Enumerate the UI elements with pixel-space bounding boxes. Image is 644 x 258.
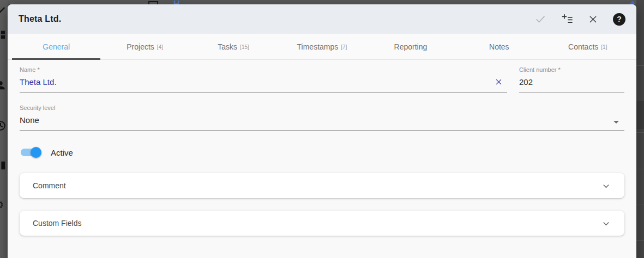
security-level-label: Security level xyxy=(20,105,624,112)
tab-contacts[interactable]: Contacts [1] xyxy=(544,34,632,59)
check-icon xyxy=(0,4,7,16)
security-level-field: Security level None xyxy=(20,105,624,131)
name-field: Name * Theta Ltd. xyxy=(20,66,507,93)
active-toggle[interactable] xyxy=(21,149,40,156)
custom-fields-panel-label: Custom Fields xyxy=(33,219,81,228)
tab-bar: General Projects [4] Tasks [15] Timestam… xyxy=(8,34,636,60)
person-icon xyxy=(0,79,7,91)
tab-projects[interactable]: Projects [4] xyxy=(100,34,189,59)
tab-notes[interactable]: Notes xyxy=(455,34,543,59)
client-number-field: Client number * 202 xyxy=(519,66,624,93)
active-toggle-label: Active xyxy=(51,148,73,157)
clear-name-icon[interactable] xyxy=(495,78,503,88)
chevron-down-icon xyxy=(613,121,619,124)
tab-timestamps[interactable]: Timestamps [7] xyxy=(278,34,366,59)
confirm-check-icon[interactable] xyxy=(534,13,546,25)
book-icon xyxy=(0,159,7,171)
chevron-down-icon xyxy=(601,181,611,191)
active-toggle-row: Active xyxy=(20,145,624,160)
name-input[interactable]: Theta Ltd. xyxy=(20,76,507,93)
playlist-add-icon[interactable] xyxy=(561,13,573,25)
gear-icon: ⚙ xyxy=(0,199,7,211)
backdrop-sidebar: ⚙ xyxy=(0,0,8,258)
client-number-input[interactable]: 202 xyxy=(519,76,624,93)
tab-reporting[interactable]: Reporting xyxy=(366,34,455,59)
modules-icon xyxy=(0,29,7,41)
comment-panel[interactable]: Comment xyxy=(20,173,624,198)
dialog-title: Theta Ltd. xyxy=(19,14,61,24)
backdrop-right-strip xyxy=(636,0,644,258)
backdrop-top-strip: H xyxy=(0,0,644,4)
name-label: Name * xyxy=(20,66,507,73)
client-detail-dialog: Theta Ltd. ? General Projects [4] xyxy=(8,4,636,258)
client-number-label: Client number * xyxy=(519,66,624,73)
background-logo-fragment xyxy=(628,1,637,4)
help-icon[interactable]: ? xyxy=(613,13,625,26)
comment-panel-label: Comment xyxy=(33,181,66,190)
tab-general[interactable]: General xyxy=(12,34,100,59)
custom-fields-panel[interactable]: Custom Fields xyxy=(20,211,624,236)
chevron-down-icon xyxy=(601,218,611,229)
close-icon[interactable] xyxy=(588,14,598,24)
clock-icon xyxy=(0,120,7,132)
background-scrollbar xyxy=(636,101,644,129)
dialog-header: Theta Ltd. ? xyxy=(8,4,636,34)
background-page-text-fragment: H xyxy=(173,0,180,4)
tab-tasks[interactable]: Tasks [15] xyxy=(189,34,278,59)
security-level-select[interactable]: None xyxy=(20,114,624,131)
